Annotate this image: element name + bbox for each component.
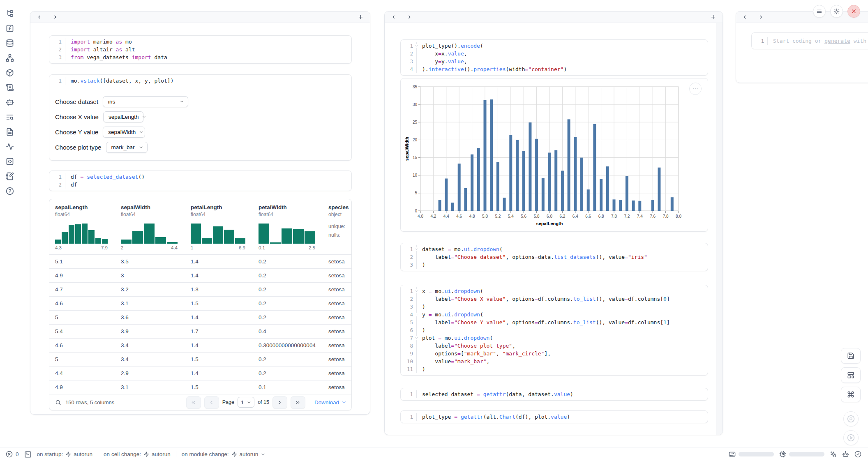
run-mode-3[interactable]: on module change:autorun xyxy=(182,451,266,457)
code-line[interactable]: 2df xyxy=(49,181,351,189)
chart-bar[interactable] xyxy=(587,189,590,211)
notebook-pen-icon[interactable] xyxy=(6,172,14,180)
add-cell-icon[interactable] xyxy=(710,14,716,20)
fold-chevron-icon[interactable] xyxy=(415,289,418,293)
chart-bar[interactable] xyxy=(658,168,660,211)
column-scrollbar[interactable] xyxy=(716,23,723,435)
chart-bar[interactable] xyxy=(671,197,674,211)
data-table[interactable]: sepalLengthfloat644.37.9sepalWidthfloat6… xyxy=(49,199,351,394)
run-mode-2[interactable]: on cell change:autorun xyxy=(104,451,171,457)
code-line[interactable]: 1selected_dataset = getattr(data, datase… xyxy=(401,390,708,398)
database-icon[interactable] xyxy=(6,39,14,47)
code-line[interactable]: 2 label="Choose dataset", options=data.l… xyxy=(401,253,708,261)
chart-bar[interactable] xyxy=(464,188,467,211)
chart-bar[interactable] xyxy=(619,200,622,211)
command-button[interactable] xyxy=(841,387,861,402)
check-circle-icon[interactable] xyxy=(854,451,861,458)
dataset-dropdown-cell[interactable]: 1dataset = mo.ui.dropdown(2 label="Choos… xyxy=(400,243,708,271)
terminal-icon[interactable] xyxy=(24,451,32,458)
code-line[interactable]: 5 label="Choose Y value", options=df.col… xyxy=(401,318,708,326)
chart-bar[interactable] xyxy=(561,171,564,211)
code-line[interactable]: 3) xyxy=(401,261,708,269)
code-line[interactable]: 10 value="mark_bar", xyxy=(401,357,708,365)
chart-bar[interactable] xyxy=(638,201,641,211)
chart-bar[interactable] xyxy=(651,200,654,211)
code-line[interactable]: 1import marimo as mo xyxy=(49,38,351,46)
last-page-button[interactable] xyxy=(291,396,305,409)
chart-bar[interactable] xyxy=(458,164,461,211)
code-square-icon[interactable] xyxy=(6,157,14,166)
column-histogram[interactable] xyxy=(55,222,108,244)
plot-type-cell[interactable]: 1plot_type = getattr(alt.Chart(df), plot… xyxy=(400,410,708,423)
chart-bar[interactable] xyxy=(509,135,512,211)
code-line[interactable]: 3) xyxy=(401,303,708,311)
chart-bar[interactable] xyxy=(554,150,557,211)
chart-bar[interactable] xyxy=(574,137,577,211)
table-row[interactable]: 4.63.11.50.2setosa xyxy=(49,297,351,311)
chevron-right-icon[interactable] xyxy=(758,14,764,20)
code-line[interactable]: 1Start coding or generate with AI. xyxy=(752,37,868,45)
text-search-icon[interactable] xyxy=(6,113,14,121)
plot-cell[interactable]: 1plot_type().encode(2 x=x.value,3 y=y.va… xyxy=(400,39,708,76)
code-line[interactable]: 1plot_type = getattr(alt.Chart(df), plot… xyxy=(401,413,708,421)
table-row[interactable]: 4.42.91.40.2setosa xyxy=(49,366,351,380)
chart-bar[interactable] xyxy=(496,162,499,211)
play-circle-button[interactable] xyxy=(843,430,859,445)
chevron-left-icon[interactable] xyxy=(391,14,396,20)
code-line[interactable]: 1mo.vstack([dataset, x, y, plot]) xyxy=(49,77,351,85)
column-header-petalWidth[interactable]: petalWidthfloat640.12.5 xyxy=(253,199,323,255)
network-icon[interactable] xyxy=(6,54,14,62)
code-line[interactable]: 1x = mo.ui.dropdown( xyxy=(401,287,708,295)
code-line[interactable]: 2 label="Choose X value", options=df.col… xyxy=(401,295,708,303)
chart-actions-button[interactable] xyxy=(689,83,702,95)
table-row[interactable]: 4.931.40.2setosa xyxy=(49,269,351,283)
fold-chevron-icon[interactable] xyxy=(415,44,418,48)
choose-y-value-select[interactable]: sepalWidth xyxy=(103,127,145,138)
page-select[interactable]: 1 xyxy=(238,397,254,408)
stop-circle-button[interactable] xyxy=(843,411,859,426)
package-icon[interactable] xyxy=(6,69,14,77)
table-row[interactable]: 5.43.91.70.4setosa xyxy=(49,325,351,339)
search-icon[interactable] xyxy=(55,399,61,406)
add-cell-icon[interactable] xyxy=(358,14,364,20)
table-row[interactable]: 4.63.41.40.30000000000000004setosa xyxy=(49,339,351,353)
settings-button[interactable] xyxy=(830,5,843,18)
bot-message-icon[interactable] xyxy=(6,98,14,106)
chevron-right-icon[interactable] xyxy=(407,14,412,20)
chart-bar[interactable] xyxy=(613,199,616,211)
choose-x-value-select[interactable]: sepalLength xyxy=(103,111,143,122)
chart-bar[interactable] xyxy=(535,139,538,211)
widgets-cell[interactable]: 1x = mo.ui.dropdown(2 label="Choose X va… xyxy=(400,285,708,376)
chart-bar[interactable] xyxy=(490,99,493,211)
chart-bar[interactable] xyxy=(516,140,519,211)
prev-page-button[interactable] xyxy=(204,396,219,409)
fold-chevron-icon[interactable] xyxy=(415,313,418,316)
code-line[interactable]: 2 x=x.value, xyxy=(401,50,708,58)
column-histogram[interactable] xyxy=(121,222,178,244)
chevron-left-icon[interactable] xyxy=(742,14,748,20)
chart-bar[interactable] xyxy=(600,179,603,211)
chart-bar[interactable] xyxy=(542,178,545,211)
chart-bar[interactable] xyxy=(503,198,506,211)
chart-bar[interactable] xyxy=(471,154,473,211)
chart-bar[interactable] xyxy=(606,166,609,211)
chart-bar[interactable] xyxy=(548,153,551,211)
code-line[interactable]: 8 label="Choose plot type", xyxy=(401,342,708,350)
errors-icon[interactable] xyxy=(6,451,13,458)
chart-bar[interactable] xyxy=(529,122,531,211)
code-line[interactable]: 3 y=y.value, xyxy=(401,58,708,65)
column-histogram[interactable] xyxy=(191,222,245,244)
chart-bar[interactable] xyxy=(484,100,487,211)
file-tree-icon[interactable] xyxy=(6,9,14,18)
vstack-cell[interactable]: 1mo.vstack([dataset, x, y, plot]) Choose… xyxy=(49,74,352,161)
code-line[interactable]: 1df = selected_dataset() xyxy=(49,173,351,181)
close-button[interactable] xyxy=(847,5,860,18)
download-button[interactable]: Download xyxy=(314,399,346,406)
chevron-right-icon[interactable] xyxy=(53,14,58,20)
chart-bar[interactable] xyxy=(477,148,480,211)
column-header-petalLength[interactable]: petalLengthfloat6416.9 xyxy=(185,199,253,255)
code-line[interactable]: 11) xyxy=(401,365,708,373)
table-row[interactable]: 4.93.11.50.1setosa xyxy=(49,380,351,394)
fold-chevron-icon[interactable] xyxy=(415,247,418,251)
chevron-left-icon[interactable] xyxy=(37,14,42,20)
